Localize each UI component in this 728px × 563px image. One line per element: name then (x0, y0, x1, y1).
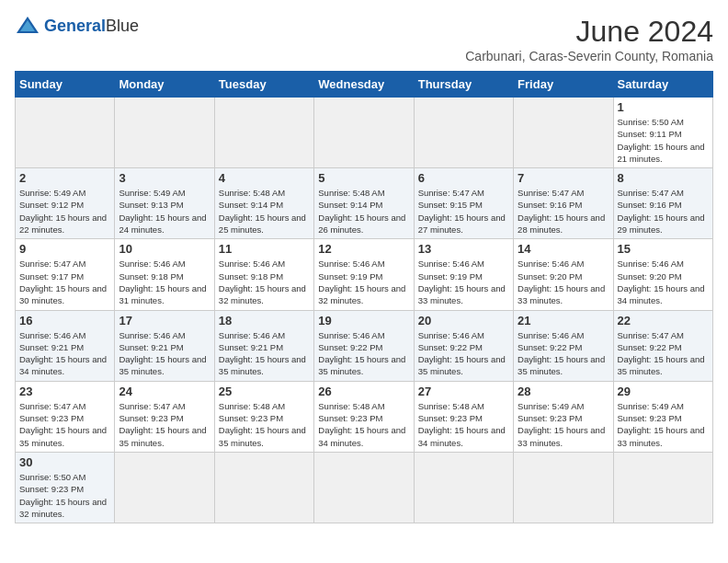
day-number: 23 (19, 385, 110, 398)
day-number: 19 (318, 314, 409, 327)
calendar-week-row: 1Sunrise: 5:50 AM Sunset: 9:11 PM Daylig… (16, 98, 713, 168)
day-info: Sunrise: 5:48 AM Sunset: 9:23 PM Dayligh… (318, 400, 409, 449)
day-number: 27 (418, 385, 509, 398)
day-number: 13 (418, 242, 509, 256)
calendar-cell: 4Sunrise: 5:48 AM Sunset: 9:14 PM Daylig… (214, 168, 313, 239)
day-number: 6 (418, 171, 509, 185)
header: GeneralBlue June 2024 Carbunari, Caras-S… (15, 15, 713, 63)
day-number: 20 (418, 314, 509, 327)
calendar-cell: 11Sunrise: 5:46 AM Sunset: 9:18 PM Dayli… (214, 239, 313, 310)
day-info: Sunrise: 5:49 AM Sunset: 9:12 PM Dayligh… (19, 187, 110, 236)
day-number: 30 (19, 455, 110, 469)
day-number: 25 (219, 385, 310, 398)
day-number: 3 (119, 171, 210, 185)
day-info: Sunrise: 5:47 AM Sunset: 9:16 PM Dayligh… (618, 187, 709, 236)
calendar-cell: 15Sunrise: 5:46 AM Sunset: 9:20 PM Dayli… (613, 239, 712, 310)
page-container: GeneralBlue June 2024 Carbunari, Caras-S… (15, 15, 713, 523)
day-info: Sunrise: 5:47 AM Sunset: 9:17 PM Dayligh… (19, 258, 110, 306)
day-number: 18 (219, 314, 310, 327)
title-area: June 2024 Carbunari, Caras-Severin Count… (465, 15, 713, 63)
day-info: Sunrise: 5:46 AM Sunset: 9:22 PM Dayligh… (318, 329, 409, 378)
weekday-header-thursday: Thursday (414, 72, 513, 98)
calendar-cell (214, 452, 313, 523)
day-number: 7 (518, 171, 609, 185)
calendar-cell: 8Sunrise: 5:47 AM Sunset: 9:16 PM Daylig… (613, 168, 712, 239)
calendar-cell (115, 452, 214, 523)
calendar-cell: 19Sunrise: 5:46 AM Sunset: 9:22 PM Dayli… (314, 310, 414, 381)
logo-text: GeneralBlue (44, 17, 139, 36)
day-info: Sunrise: 5:48 AM Sunset: 9:14 PM Dayligh… (219, 187, 310, 236)
day-number: 22 (618, 314, 709, 327)
day-info: Sunrise: 5:46 AM Sunset: 9:19 PM Dayligh… (418, 258, 509, 306)
day-info: Sunrise: 5:49 AM Sunset: 9:23 PM Dayligh… (518, 400, 609, 449)
day-info: Sunrise: 5:47 AM Sunset: 9:15 PM Dayligh… (418, 187, 509, 236)
day-info: Sunrise: 5:49 AM Sunset: 9:23 PM Dayligh… (618, 400, 709, 449)
calendar-cell: 18Sunrise: 5:46 AM Sunset: 9:21 PM Dayli… (214, 310, 313, 381)
weekday-header-monday: Monday (115, 72, 214, 98)
calendar-cell: 10Sunrise: 5:46 AM Sunset: 9:18 PM Dayli… (115, 239, 214, 310)
day-number: 21 (518, 314, 609, 327)
day-info: Sunrise: 5:46 AM Sunset: 9:18 PM Dayligh… (119, 258, 210, 306)
weekday-header-row: SundayMondayTuesdayWednesdayThursdayFrid… (16, 72, 713, 98)
calendar-cell (414, 98, 513, 168)
calendar-table: SundayMondayTuesdayWednesdayThursdayFrid… (15, 71, 713, 523)
weekday-header-wednesday: Wednesday (314, 72, 414, 98)
calendar-cell: 25Sunrise: 5:48 AM Sunset: 9:23 PM Dayli… (214, 381, 313, 452)
day-info: Sunrise: 5:46 AM Sunset: 9:18 PM Dayligh… (219, 258, 310, 306)
day-number: 24 (119, 385, 210, 398)
calendar-title: June 2024 (465, 15, 713, 49)
calendar-cell: 27Sunrise: 5:48 AM Sunset: 9:23 PM Dayli… (414, 381, 513, 452)
calendar-cell: 26Sunrise: 5:48 AM Sunset: 9:23 PM Dayli… (314, 381, 414, 452)
logo: GeneralBlue (15, 15, 139, 37)
calendar-cell: 30Sunrise: 5:50 AM Sunset: 9:23 PM Dayli… (16, 452, 115, 523)
day-info: Sunrise: 5:47 AM Sunset: 9:16 PM Dayligh… (518, 187, 609, 236)
calendar-cell (214, 98, 313, 168)
calendar-week-row: 16Sunrise: 5:46 AM Sunset: 9:21 PM Dayli… (16, 310, 713, 381)
calendar-cell: 7Sunrise: 5:47 AM Sunset: 9:16 PM Daylig… (514, 168, 613, 239)
calendar-cell: 20Sunrise: 5:46 AM Sunset: 9:22 PM Dayli… (414, 310, 513, 381)
day-number: 2 (19, 171, 110, 185)
calendar-cell: 6Sunrise: 5:47 AM Sunset: 9:15 PM Daylig… (414, 168, 513, 239)
calendar-cell: 16Sunrise: 5:46 AM Sunset: 9:21 PM Dayli… (16, 310, 115, 381)
calendar-cell (514, 98, 613, 168)
day-number: 28 (518, 385, 609, 398)
day-info: Sunrise: 5:50 AM Sunset: 9:11 PM Dayligh… (618, 116, 709, 165)
day-info: Sunrise: 5:46 AM Sunset: 9:22 PM Dayligh… (418, 329, 509, 378)
calendar-week-row: 23Sunrise: 5:47 AM Sunset: 9:23 PM Dayli… (16, 381, 713, 452)
calendar-cell: 29Sunrise: 5:49 AM Sunset: 9:23 PM Dayli… (613, 381, 712, 452)
day-number: 29 (618, 385, 709, 398)
calendar-cell: 23Sunrise: 5:47 AM Sunset: 9:23 PM Dayli… (16, 381, 115, 452)
day-number: 11 (219, 242, 310, 256)
calendar-cell: 13Sunrise: 5:46 AM Sunset: 9:19 PM Dayli… (414, 239, 513, 310)
calendar-cell (414, 452, 513, 523)
day-number: 16 (19, 314, 110, 327)
day-number: 4 (219, 171, 310, 185)
calendar-subtitle: Carbunari, Caras-Severin County, Romania (465, 49, 713, 63)
day-info: Sunrise: 5:47 AM Sunset: 9:23 PM Dayligh… (119, 400, 210, 449)
day-info: Sunrise: 5:46 AM Sunset: 9:21 PM Dayligh… (19, 329, 110, 378)
calendar-cell (115, 98, 214, 168)
calendar-cell: 14Sunrise: 5:46 AM Sunset: 9:20 PM Dayli… (514, 239, 613, 310)
calendar-cell: 5Sunrise: 5:48 AM Sunset: 9:14 PM Daylig… (314, 168, 414, 239)
day-info: Sunrise: 5:48 AM Sunset: 9:14 PM Dayligh… (318, 187, 409, 236)
day-number: 12 (318, 242, 409, 256)
day-info: Sunrise: 5:47 AM Sunset: 9:23 PM Dayligh… (19, 400, 110, 449)
day-info: Sunrise: 5:46 AM Sunset: 9:19 PM Dayligh… (318, 258, 409, 306)
calendar-cell (314, 452, 414, 523)
calendar-cell: 2Sunrise: 5:49 AM Sunset: 9:12 PM Daylig… (16, 168, 115, 239)
calendar-cell: 17Sunrise: 5:46 AM Sunset: 9:21 PM Dayli… (115, 310, 214, 381)
calendar-cell (16, 98, 115, 168)
day-number: 10 (119, 242, 210, 256)
weekday-header-friday: Friday (514, 72, 613, 98)
day-number: 26 (318, 385, 409, 398)
calendar-cell: 24Sunrise: 5:47 AM Sunset: 9:23 PM Dayli… (115, 381, 214, 452)
calendar-cell: 28Sunrise: 5:49 AM Sunset: 9:23 PM Dayli… (514, 381, 613, 452)
calendar-cell: 1Sunrise: 5:50 AM Sunset: 9:11 PM Daylig… (613, 98, 712, 168)
calendar-cell: 3Sunrise: 5:49 AM Sunset: 9:13 PM Daylig… (115, 168, 214, 239)
weekday-header-tuesday: Tuesday (214, 72, 313, 98)
calendar-cell (314, 98, 414, 168)
day-info: Sunrise: 5:50 AM Sunset: 9:23 PM Dayligh… (19, 471, 110, 520)
calendar-cell: 9Sunrise: 5:47 AM Sunset: 9:17 PM Daylig… (16, 239, 115, 310)
day-info: Sunrise: 5:48 AM Sunset: 9:23 PM Dayligh… (219, 400, 310, 449)
day-number: 8 (618, 171, 709, 185)
